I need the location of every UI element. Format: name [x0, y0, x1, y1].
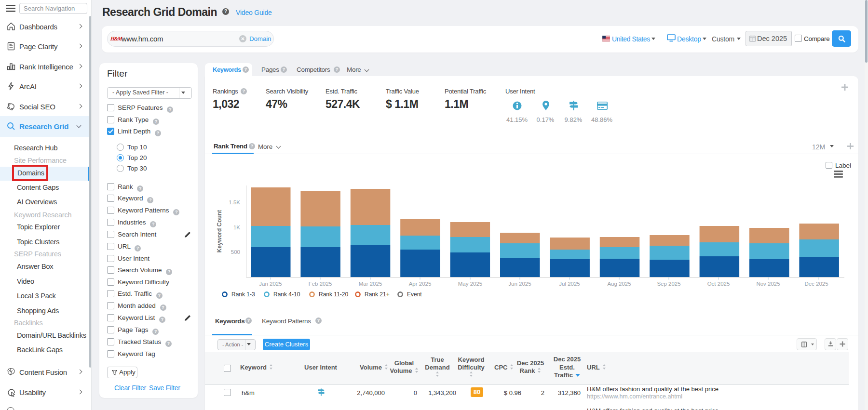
svg-text:Event: Event	[407, 291, 422, 298]
svg-text:Jun 2025: Jun 2025	[508, 281, 531, 287]
svg-text:Rank 21+: Rank 21+	[365, 291, 390, 298]
svg-text:500: 500	[231, 249, 240, 255]
svg-text:May 2025: May 2025	[458, 281, 483, 287]
svg-text:Nov 2025: Nov 2025	[756, 281, 780, 287]
svg-text:Feb 2025: Feb 2025	[309, 281, 332, 287]
svg-text:Rank 11-20: Rank 11-20	[319, 291, 348, 298]
svg-text:1K: 1K	[233, 225, 240, 230]
svg-text:Rank 4-10: Rank 4-10	[273, 291, 300, 298]
svg-text:Apr 2025: Apr 2025	[409, 281, 432, 287]
svg-text:Sep 2025: Sep 2025	[657, 281, 680, 287]
svg-text:Keyword Count: Keyword Count	[216, 210, 223, 253]
svg-text:Rank 1-3: Rank 1-3	[231, 291, 255, 298]
svg-text:Jan 2025: Jan 2025	[259, 281, 282, 287]
svg-text:1.5K: 1.5K	[229, 199, 240, 205]
svg-text:Dec 2025: Dec 2025	[804, 281, 828, 287]
svg-text:Jul 2025: Jul 2025	[559, 281, 580, 287]
svg-text:Oct 2025: Oct 2025	[707, 281, 730, 287]
svg-text:Aug 2025: Aug 2025	[607, 281, 631, 287]
svg-text:Mar 2025: Mar 2025	[359, 281, 382, 287]
